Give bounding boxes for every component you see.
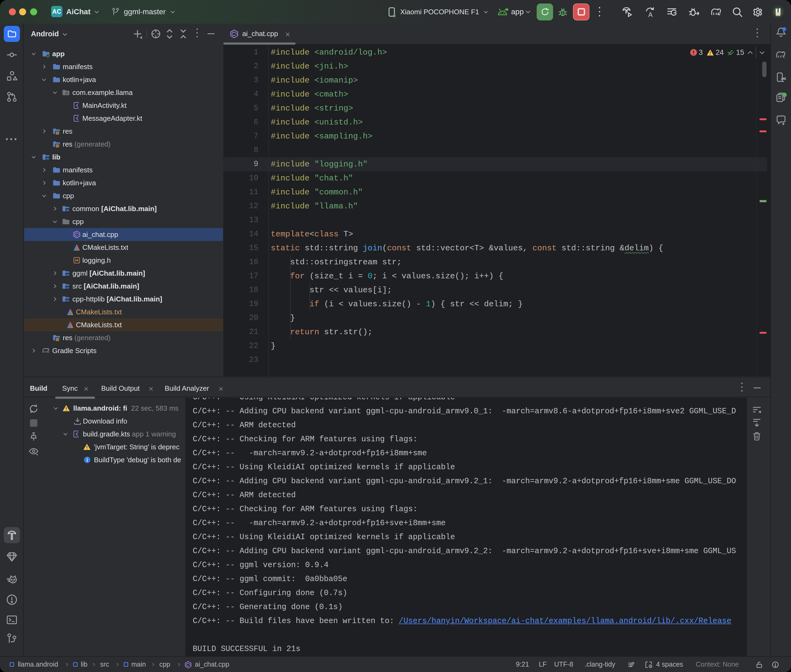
svg-text:A: A bbox=[648, 11, 653, 18]
